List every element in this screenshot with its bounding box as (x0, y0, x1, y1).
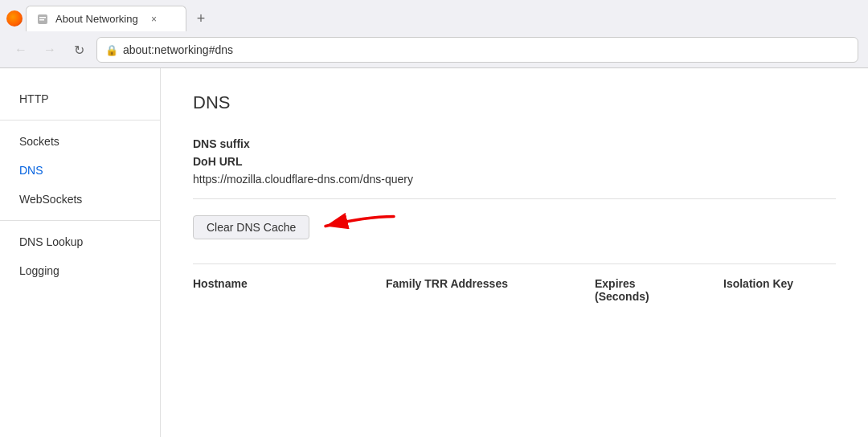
sidebar-item-sockets[interactable]: Sockets (0, 127, 160, 156)
new-tab-button[interactable]: + (190, 7, 212, 30)
clear-dns-cache-button[interactable]: Clear DNS Cache (193, 215, 309, 239)
column-header-family-trr: Family TRR Addresses (386, 277, 563, 303)
page-title: DNS (193, 92, 836, 113)
address-bar: ← → ↻ 🔒 about:networking#dns (0, 32, 868, 67)
sidebar-item-http[interactable]: HTTP (0, 84, 160, 113)
table-headers: Hostname Family TRR Addresses Expires(Se… (193, 263, 836, 303)
doh-url-label: DoH URL (193, 155, 836, 168)
column-header-isolation-key: Isolation Key (723, 277, 820, 303)
sidebar-divider-2 (0, 220, 160, 221)
sidebar-item-dns[interactable]: DNS (0, 156, 160, 185)
sidebar-item-logging[interactable]: Logging (0, 256, 160, 285)
content-area: DNS DNS suffix DoH URL https://mozilla.c… (161, 68, 868, 437)
sidebar-item-websockets[interactable]: WebSockets (0, 185, 160, 214)
red-arrow-annotation (317, 210, 398, 245)
address-field[interactable]: 🔒 about:networking#dns (96, 37, 858, 63)
page-icon (36, 13, 49, 26)
back-button[interactable]: ← (10, 39, 32, 61)
lock-icon: 🔒 (105, 44, 118, 56)
doh-url-value: https://mozilla.cloudflare-dns.com/dns-q… (193, 173, 836, 199)
tab-title: About Networking (55, 13, 138, 25)
url-text: about:networking#dns (123, 43, 850, 56)
browser-chrome: About Networking × + ← → ↻ 🔒 about:netwo… (0, 0, 868, 68)
column-header-hostname: Hostname (193, 277, 354, 303)
dns-suffix-label: DNS suffix (193, 137, 836, 150)
main-content: HTTP Sockets DNS WebSockets DNS Lookup L… (0, 68, 868, 437)
column-header-expires: Expires(Seconds) (595, 277, 691, 303)
firefox-logo-icon (6, 10, 23, 27)
reload-button[interactable]: ↻ (68, 39, 90, 61)
forward-button[interactable]: → (39, 39, 61, 61)
clear-dns-section: Clear DNS Cache (193, 215, 309, 239)
tab-close-button[interactable]: × (148, 13, 161, 26)
tab-bar: About Networking × + (0, 0, 868, 32)
sidebar-divider (0, 120, 160, 120)
sidebar-item-dns-lookup[interactable]: DNS Lookup (0, 227, 160, 256)
svg-rect-1 (39, 17, 46, 18)
active-tab[interactable]: About Networking × (26, 6, 186, 31)
svg-rect-2 (39, 19, 44, 21)
sidebar: HTTP Sockets DNS WebSockets DNS Lookup L… (0, 68, 161, 437)
